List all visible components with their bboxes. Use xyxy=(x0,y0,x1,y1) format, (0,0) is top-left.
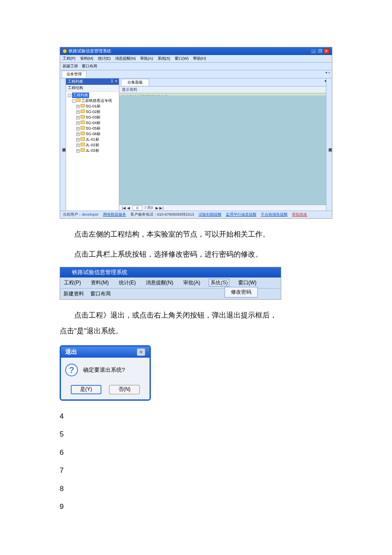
dialog-title: 退出 xyxy=(65,348,77,356)
menu-stats[interactable]: 统计(E) xyxy=(118,279,137,286)
expand-icon[interactable]: + xyxy=(76,116,80,119)
list-item: 9 xyxy=(60,498,332,516)
tree-item[interactable]: JL-01标 xyxy=(86,137,99,142)
left-rail[interactable]: 报表浏览 xyxy=(60,78,66,211)
app-title: 铁路试验信息管理系统 xyxy=(72,269,127,276)
side-panel: 工程列表 ⇩ × 工程结构 -工程列表 -三新铁路客运专线 +SG-01标 +S… xyxy=(66,78,119,211)
folder-icon xyxy=(81,148,85,152)
expand-icon[interactable]: + xyxy=(76,110,80,114)
folder-icon xyxy=(81,110,85,113)
pager-first-prev[interactable]: |◀ ◀ xyxy=(122,206,130,210)
menu-window[interactable]: 窗口(W) xyxy=(237,279,258,286)
expand-icon[interactable]: + xyxy=(76,133,80,136)
tree-item[interactable]: SG-03标 xyxy=(86,115,101,119)
folder-icon xyxy=(81,126,85,130)
menu-project[interactable]: 工程(P) xyxy=(63,279,82,286)
status-support: 客户服务电话：010-67805058转1513 xyxy=(130,212,194,217)
expand-icon[interactable]: + xyxy=(76,149,80,153)
tree-item[interactable]: JL-03标 xyxy=(86,148,99,153)
side-header-ctrl[interactable]: ⇩ × xyxy=(110,79,117,84)
expand-icon[interactable]: + xyxy=(76,121,80,125)
menu-approve[interactable]: 审批(A) xyxy=(140,56,153,61)
data-grid[interactable] xyxy=(119,95,326,205)
folder-icon xyxy=(81,132,85,135)
tb-new-material[interactable]: 新建资料 xyxy=(63,291,84,297)
menu-bar: 工程(P) 资料(M) 统计(E) 消息提醒(N) 审批(A) 系统(S) 窗口… xyxy=(60,278,281,289)
app-main-screenshot: 铁路试验信息管理系统 _ ❐ X 工程(P) 资料(M) 统计(E) 消息提醒(… xyxy=(60,47,332,219)
expand-icon[interactable]: + xyxy=(76,138,80,142)
folder-icon xyxy=(81,115,85,119)
exit-dialog: 退出 × ? 确定要退出系统? 是(Y) 否(N) xyxy=(60,345,151,401)
expand-icon[interactable]: + xyxy=(76,144,80,147)
app-menu-screenshot: 铁路试验信息管理系统 工程(P) 资料(M) 统计(E) 消息提醒(N) 审批(… xyxy=(60,267,281,300)
expand-icon[interactable]: - xyxy=(68,94,71,97)
folder-icon xyxy=(81,143,85,146)
side-subheader: 工程结构 xyxy=(66,85,119,92)
side-header: 工程列表 ⇩ × xyxy=(66,78,119,85)
tree-item[interactable]: SG-06标 xyxy=(86,132,101,136)
tb-layout[interactable]: 窗口布局 xyxy=(82,64,97,68)
tab-pin-close[interactable]: ▾ × xyxy=(326,71,330,75)
menu-material[interactable]: 资料(M) xyxy=(89,279,110,286)
pager-next-last[interactable]: ▶ ▶| xyxy=(156,206,164,210)
paragraph: 点击工具栏上系统按钮，选择修改密码，进行密码的修改。 xyxy=(60,246,332,262)
list-item: 5 xyxy=(60,425,332,444)
expand-icon[interactable]: + xyxy=(76,105,80,108)
no-button[interactable]: 否(N) xyxy=(109,385,140,394)
pager-page-input[interactable]: 0 xyxy=(133,205,142,211)
app-icon xyxy=(63,269,69,275)
app-title: 铁路试验信息管理系统 xyxy=(69,48,111,54)
tree-root[interactable]: 工程列表 xyxy=(72,92,89,98)
tree-item[interactable]: SG-04标 xyxy=(86,121,101,125)
status-link[interactable]: 监理平行抽查提醒 xyxy=(226,212,257,217)
dialog-close-icon[interactable]: × xyxy=(137,348,145,356)
tab-business[interactable]: 业务管理 xyxy=(62,71,86,78)
status-link[interactable]: 试验到期提醒 xyxy=(199,212,222,217)
dropdown-change-password[interactable]: 修改密码 xyxy=(225,287,258,298)
tb-layout[interactable]: 窗口布局 xyxy=(90,291,111,297)
status-net[interactable]: 网络数据服务 xyxy=(103,212,126,217)
maximize-button[interactable]: ❐ xyxy=(317,49,323,54)
menu-material[interactable]: 资料(M) xyxy=(80,56,94,61)
menu-system[interactable]: 系统(S) xyxy=(158,56,170,61)
toolbar: 新建工程 窗口布局 xyxy=(60,63,332,70)
list-item: 7 xyxy=(60,462,332,480)
tree-item[interactable]: SG-01标 xyxy=(86,104,101,108)
tree-item[interactable]: SG-02标 xyxy=(86,110,101,114)
dialog-message: 确定要退出系统? xyxy=(83,366,125,374)
folder-icon xyxy=(81,137,85,141)
list-item: 8 xyxy=(60,480,332,498)
menu-notify[interactable]: 消息提醒(N) xyxy=(144,279,175,286)
folder-icon xyxy=(76,98,81,102)
close-button[interactable]: X xyxy=(323,49,329,54)
paragraph: 点击左侧的工程结构，本实验室的节点，可以开始相关工作。 xyxy=(60,226,332,242)
paragraph: 点击"是"退出系统。 xyxy=(60,323,332,339)
number-list: 4 5 6 7 8 9 xyxy=(60,408,332,516)
main-tab[interactable]: 台集面板 xyxy=(121,79,149,86)
status-link[interactable]: 不合格报告提醒 xyxy=(261,212,288,217)
status-user-label: 当前用户： xyxy=(63,212,82,217)
right-rail[interactable]: 报表浏览 xyxy=(326,78,332,211)
tree-item[interactable]: JL-02标 xyxy=(86,143,99,147)
status-link-red[interactable]: 审批统改 xyxy=(292,212,307,217)
dialog-title-bar: 退出 × xyxy=(61,347,150,358)
list-item: 4 xyxy=(60,408,332,426)
menu-notify[interactable]: 消息提醒(N) xyxy=(115,56,136,61)
tree-item[interactable]: SG-05标 xyxy=(86,126,101,130)
menu-window[interactable]: 窗口(W) xyxy=(175,56,189,61)
menu-system[interactable]: 系统(S) xyxy=(209,279,229,286)
expand-icon[interactable]: + xyxy=(76,127,80,130)
menu-project[interactable]: 工程(P) xyxy=(63,56,75,61)
yes-button[interactable]: 是(Y) xyxy=(71,385,101,394)
menu-stats[interactable]: 统计(E) xyxy=(98,56,111,61)
pager: |◀ ◀ 0 / 共0 ▶ ▶| xyxy=(119,205,326,211)
main-area: 台集面板 ▾ × 显示资料 拖放列会按照该列进行分组 报表浏览 |◀ ◀ 0 /… xyxy=(119,78,332,211)
expand-icon[interactable]: - xyxy=(72,99,75,103)
side-header-title: 工程列表 xyxy=(68,79,83,84)
tree-project[interactable]: 三新铁路客运专线 xyxy=(81,98,112,103)
menu-help[interactable]: 帮助(H) xyxy=(193,56,206,61)
minimize-button[interactable]: _ xyxy=(311,49,317,54)
main-subbar[interactable]: 显示资料 xyxy=(119,87,332,93)
tb-new-project[interactable]: 新建工程 xyxy=(63,64,78,68)
menu-approve[interactable]: 审批(A) xyxy=(182,279,202,286)
